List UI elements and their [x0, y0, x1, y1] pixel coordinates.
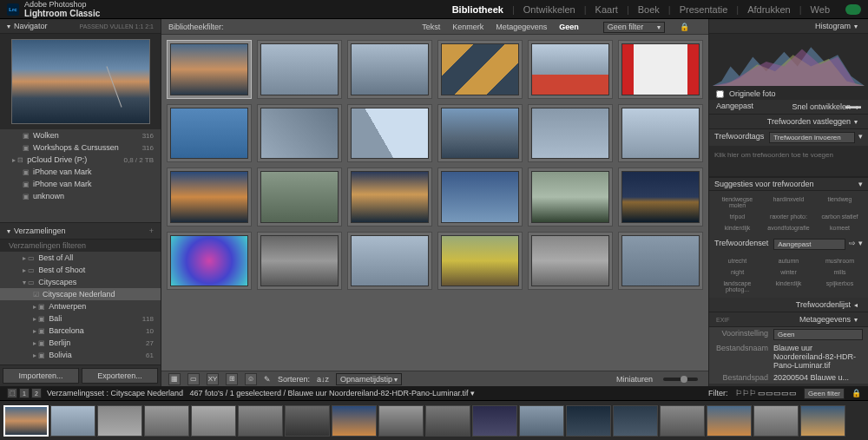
grid-cell[interactable] — [347, 104, 432, 163]
painter-icon[interactable]: ✎ — [264, 375, 271, 384]
folder-item[interactable]: ▸ ⊟pCloud Drive (P:)0,8 / 2 TB — [0, 154, 161, 166]
histogram-display[interactable]: Originele foto Aangepast▬▬ — [709, 34, 868, 100]
grid-view[interactable] — [161, 35, 708, 371]
grid-cell[interactable] — [437, 232, 523, 291]
filmstrip-thumb[interactable] — [613, 405, 658, 437]
disclosure-icon[interactable]: ▾ — [7, 227, 10, 235]
collection-item[interactable]: ▸ ▣Bali118 — [0, 312, 161, 325]
folder-item[interactable]: ▣iPhone van Mark — [0, 178, 161, 190]
keyword-tag[interactable]: mushroom — [815, 256, 865, 266]
navigator-preview[interactable] — [0, 34, 161, 129]
keyword-tag[interactable]: winter — [764, 267, 813, 277]
collection-item[interactable]: ▸ ▣Barcelona10 — [0, 325, 161, 337]
keyword-tag[interactable]: kinderdijk — [764, 279, 813, 294]
grid-cell[interactable] — [257, 232, 342, 291]
grid-cell[interactable] — [167, 40, 252, 99]
module-tab-presentatie[interactable]: Presentatie — [671, 1, 737, 18]
grid-cell[interactable] — [257, 40, 342, 99]
grid-cell[interactable] — [618, 232, 703, 291]
filmstrip-thumb[interactable] — [566, 405, 611, 437]
grid-cell[interactable] — [528, 104, 613, 163]
filmstrip-thumb[interactable] — [285, 405, 330, 437]
folder-item[interactable]: ▣unknown — [0, 190, 161, 202]
keyword-tag[interactable]: autumn — [764, 256, 813, 266]
filter-tab[interactable]: Geen — [559, 23, 579, 31]
filmstrip-thumb[interactable] — [425, 405, 470, 437]
filmstrip[interactable] — [0, 400, 868, 440]
grid-cell[interactable] — [618, 167, 703, 227]
keyword-tag[interactable]: tripod — [713, 212, 762, 221]
filmstrip-thumb[interactable] — [472, 405, 517, 437]
filmstrip-thumb[interactable] — [660, 405, 705, 437]
grid-cell[interactable] — [618, 40, 703, 99]
folder-item[interactable]: ▣Wolken316 — [0, 129, 161, 141]
grid-cell[interactable] — [167, 167, 252, 227]
keyword-tag[interactable]: utrecht — [713, 256, 762, 266]
metadata-header[interactable]: EXIFMetagegevens▾ — [709, 312, 868, 327]
navigator-header[interactable]: ▾ Navigator PASSEND VULLEN 1:1 2:1 — [0, 19, 161, 34]
grid-cell[interactable] — [437, 104, 523, 163]
filter-preset[interactable]: Geen filter ▾ — [603, 22, 666, 33]
module-tab-ontwikkelen[interactable]: Ontwikkelen — [515, 1, 584, 18]
collections-header[interactable]: ▾ Verzamelingen + — [0, 222, 161, 240]
sort-field[interactable]: Opnametijdstip ▾ — [336, 373, 402, 385]
filmstrip-thumb[interactable] — [144, 405, 189, 437]
keyword-tag[interactable]: night — [713, 267, 762, 277]
keyword-list-header[interactable]: Trefwoordenlijst◂ — [709, 298, 868, 312]
grid-cell[interactable] — [347, 232, 432, 291]
filmstrip-thumb[interactable] — [707, 405, 752, 437]
folder-item[interactable]: ▣iPhone van Mark — [0, 166, 161, 178]
filter-preset-status[interactable]: Geen filter — [804, 388, 845, 399]
grid-view-icon[interactable]: ▦ — [168, 373, 181, 385]
keyword-tag[interactable]: hardinxveld — [764, 194, 813, 210]
filter-tab[interactable]: Kenmerk — [452, 23, 483, 31]
keyword-input-mode[interactable]: Trefwoorden invoeren — [769, 132, 855, 143]
thumbnail-size-slider[interactable] — [663, 378, 698, 381]
filmstrip-thumb[interactable] — [378, 405, 424, 437]
metadata-preset[interactable]: Geen — [773, 329, 863, 340]
filmstrip-thumb[interactable] — [97, 405, 142, 437]
grid-cell[interactable] — [167, 232, 252, 291]
grid-cell[interactable] — [167, 104, 252, 163]
disclosure-icon[interactable]: ▾ — [7, 23, 10, 30]
keyword-tag[interactable]: raxxter photo: — [764, 212, 813, 221]
compare-view-icon[interactable]: XY — [207, 373, 219, 385]
keyword-tag[interactable]: mills — [815, 267, 865, 277]
module-tab-kaart[interactable]: Kaart — [587, 1, 627, 18]
keyword-tag[interactable]: avondfotografie — [764, 223, 813, 233]
collection-item[interactable]: ▸ ▣Berlijn27 — [0, 337, 161, 349]
original-photo-checkbox[interactable] — [716, 90, 724, 98]
grid-cell[interactable] — [437, 40, 523, 99]
grid-cell[interactable] — [437, 167, 523, 227]
breadcrumb[interactable]: Verzamelingsset : Cityscape Nederland 46… — [47, 389, 475, 397]
collection-item[interactable]: ☑Cityscape Nederland — [0, 288, 161, 300]
filmstrip-thumb[interactable] — [50, 405, 95, 437]
filmstrip-thumb[interactable] — [800, 405, 845, 437]
filter-tab[interactable]: Metagegevens — [496, 23, 547, 31]
keyword-tag[interactable]: tiendweg — [815, 194, 865, 210]
keyword-tag[interactable]: carbon statief — [815, 212, 865, 221]
grid-cell[interactable] — [528, 232, 613, 291]
module-tab-boek[interactable]: Boek — [629, 1, 668, 18]
grid-cell[interactable] — [618, 104, 703, 163]
grid-cell[interactable] — [347, 40, 432, 99]
filter-tab[interactable]: Tekst — [422, 23, 440, 31]
filmstrip-thumb[interactable] — [332, 405, 377, 437]
histogram-header[interactable]: Histogram▾ — [709, 19, 868, 34]
filmstrip-thumb[interactable] — [191, 405, 236, 437]
module-tab-afdrukken[interactable]: Afdrukken — [739, 1, 799, 18]
collection-item[interactable]: ▾ ▭Cityscapes — [0, 276, 161, 288]
secondary-display[interactable]: ⬚12 — [7, 388, 42, 398]
export-button[interactable]: Exporteren... — [82, 368, 158, 384]
keyword-set-select[interactable]: Aangepast — [773, 239, 845, 250]
folder-item[interactable]: ▣Workshops & Cursussen316 — [0, 141, 161, 154]
collections-filter[interactable]: Verzamelingen filteren — [0, 240, 161, 252]
filmstrip-thumb[interactable] — [519, 405, 564, 437]
grid-cell[interactable] — [347, 167, 432, 227]
filmstrip-thumb[interactable] — [753, 405, 799, 437]
keyword-tag[interactable]: landscape photog... — [713, 279, 762, 294]
keyword-tag[interactable]: tiendwegse molen — [713, 194, 762, 210]
grid-cell[interactable] — [528, 167, 613, 227]
filmstrip-thumb[interactable] — [238, 405, 283, 437]
collection-item[interactable]: ▸ ▭Best of All — [0, 252, 161, 264]
